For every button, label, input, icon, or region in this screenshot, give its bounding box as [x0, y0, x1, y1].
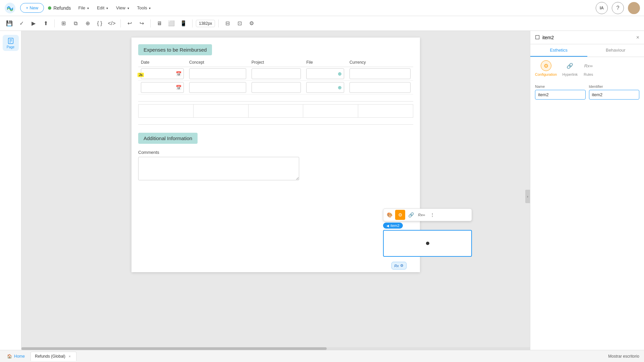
refunds-tab[interactable]: Refunds (Global) ×	[31, 352, 76, 361]
sep4	[192, 19, 193, 27]
subtab-configuration[interactable]: ⚙ Configuration	[535, 60, 557, 76]
item2-checkbox-icon: ☐	[535, 34, 540, 41]
page-panel-item[interactable]: Page	[3, 35, 19, 51]
link-widget-button[interactable]: 🔗	[406, 210, 416, 220]
subtab-hyperlink[interactable]: 🔗 Hyperlink	[562, 60, 578, 76]
additional-section: Additional Information Comments	[131, 126, 420, 188]
toolbar: 💾 ✓ ▶ ⬆ ⊞ ⧉ ⊕ { } </> ↩ ↪ 🖥 ⬜ 📱 1382px ⊟…	[0, 16, 644, 31]
home-tab[interactable]: 🏠 Home	[3, 352, 29, 361]
add-icon-1[interactable]: ⊕	[338, 71, 342, 76]
item2-label-text: item2	[390, 224, 399, 228]
redo-button[interactable]: ↪	[136, 18, 147, 29]
ia-button[interactable]: IA	[596, 2, 608, 14]
canvas-inner: Js Expenses to be Reimbursed Date Concep…	[131, 38, 420, 272]
summary-cell-3	[248, 104, 304, 118]
px-display: 1382px	[196, 20, 215, 27]
cell-file-2[interactable]: ⊕	[304, 81, 347, 95]
app-name: Refunds	[53, 5, 71, 11]
mostrar-escritorio-button[interactable]: Mostrar escritorio	[608, 354, 639, 359]
expenses-table: Date Concept Project File Currency 📅	[138, 58, 413, 95]
hyperlink-label: Hyperlink	[562, 72, 578, 76]
tab-behaviour[interactable]: Behaviour	[587, 44, 644, 57]
cell-project-1[interactable]	[249, 67, 304, 81]
save-button[interactable]: 💾	[4, 18, 15, 29]
settings-button[interactable]: ⚙	[246, 18, 257, 29]
desktop-view[interactable]: 🖥	[154, 18, 165, 29]
file-menu[interactable]: File ▾	[75, 4, 92, 12]
share-button[interactable]: ⬆	[40, 18, 51, 29]
col-project: Project	[249, 58, 304, 67]
divider-2	[138, 124, 413, 125]
cell-date-2[interactable]: 📅	[138, 81, 186, 95]
grid-button[interactable]: ⊟	[222, 18, 233, 29]
js-badge: Js	[138, 73, 144, 77]
sep5	[218, 19, 219, 27]
tablet-view[interactable]: ⬜	[166, 18, 177, 29]
more-widget-button[interactable]: ⋮	[427, 210, 437, 220]
paint-button[interactable]: 🎨	[384, 210, 394, 220]
cell-concept-2[interactable]	[186, 81, 249, 95]
cell-file-1[interactable]: ⊕	[304, 67, 347, 81]
rx-icon: Rx	[394, 264, 399, 268]
tools-menu[interactable]: Tools ▾	[134, 4, 154, 12]
rp-tabs: Esthetics Behaviour	[530, 44, 644, 57]
help-button[interactable]: ?	[612, 2, 624, 14]
item2-box[interactable]	[383, 230, 472, 257]
calendar-icon-1[interactable]: 📅	[176, 71, 181, 76]
divider-1	[138, 101, 413, 102]
canvas-area[interactable]: Js Expenses to be Reimbursed Date Concep…	[21, 31, 530, 362]
cell-date-1[interactable]: 📅	[138, 67, 186, 81]
widget-toolbar: 🎨 ⚙ 🔗 Rx∞ ⋮	[383, 208, 472, 221]
components-button[interactable]: ⊞	[58, 18, 69, 29]
undo-button[interactable]: ↩	[124, 18, 135, 29]
canvas-nav-right[interactable]: ›	[525, 190, 530, 203]
edit-menu[interactable]: Edit ▾	[94, 4, 111, 12]
top-right: IA ?	[596, 2, 640, 14]
tab-close[interactable]: ×	[67, 354, 72, 359]
user-avatar[interactable]	[628, 2, 640, 14]
comments-textarea[interactable]	[138, 157, 299, 180]
play-button[interactable]: ▶	[28, 18, 39, 29]
scrollbar-h[interactable]	[21, 347, 530, 350]
cell-project-2[interactable]	[249, 81, 304, 95]
code-button[interactable]: { }	[94, 18, 105, 29]
app-logo[interactable]	[4, 2, 16, 14]
layers-button[interactable]: ⧉	[70, 18, 81, 29]
bottom-bar: 🏠 Home Refunds (Global) × Mostrar escrit…	[0, 350, 644, 362]
sep1	[54, 19, 55, 27]
item2-label[interactable]: ◀ item2	[383, 223, 403, 229]
col-file: File	[304, 58, 347, 67]
window-button[interactable]: ⊡	[234, 18, 245, 29]
config-widget-button[interactable]: ⚙	[395, 210, 405, 220]
top-bar: + New Refunds File ▾ Edit ▾ View ▾ Tools…	[0, 0, 644, 16]
scrollbar-thumb[interactable]	[21, 347, 327, 350]
add-icon-2[interactable]: ⊕	[338, 85, 342, 90]
identifier-input[interactable]	[589, 90, 640, 100]
left-panel: Page	[0, 31, 21, 362]
rp-form: Name Identifier	[530, 80, 644, 104]
name-label: Name	[535, 84, 586, 88]
cell-currency-2[interactable]	[347, 81, 413, 95]
svg-point-1	[632, 4, 636, 9]
name-input[interactable]	[535, 90, 586, 100]
cell-currency-1[interactable]	[347, 67, 413, 81]
html-button[interactable]: </>	[106, 18, 117, 29]
view-menu[interactable]: View ▾	[113, 4, 132, 12]
subtab-rules[interactable]: Rx∞ Rules	[583, 60, 594, 76]
tab-esthetics[interactable]: Esthetics	[530, 44, 587, 57]
new-button[interactable]: + New	[20, 3, 44, 13]
home-icon: 🏠	[7, 354, 12, 359]
data-button[interactable]: ⊕	[82, 18, 93, 29]
summary-cell-4	[303, 104, 358, 118]
form-group-identifier: Identifier	[589, 84, 640, 100]
cell-concept-1[interactable]	[186, 67, 249, 81]
rx-bottom-badge[interactable]: Rx ⚙	[391, 262, 407, 269]
rx-widget-button[interactable]: Rx∞	[417, 210, 427, 220]
svg-point-2	[630, 9, 638, 14]
check-button[interactable]: ✓	[16, 18, 27, 29]
calendar-icon-2[interactable]: 📅	[176, 85, 181, 90]
form-group-name: Name	[535, 84, 586, 100]
nav-menu: File ▾ Edit ▾ View ▾ Tools ▾	[75, 4, 154, 12]
rp-close-button[interactable]: ×	[636, 35, 639, 41]
mobile-view[interactable]: 📱	[178, 18, 189, 29]
